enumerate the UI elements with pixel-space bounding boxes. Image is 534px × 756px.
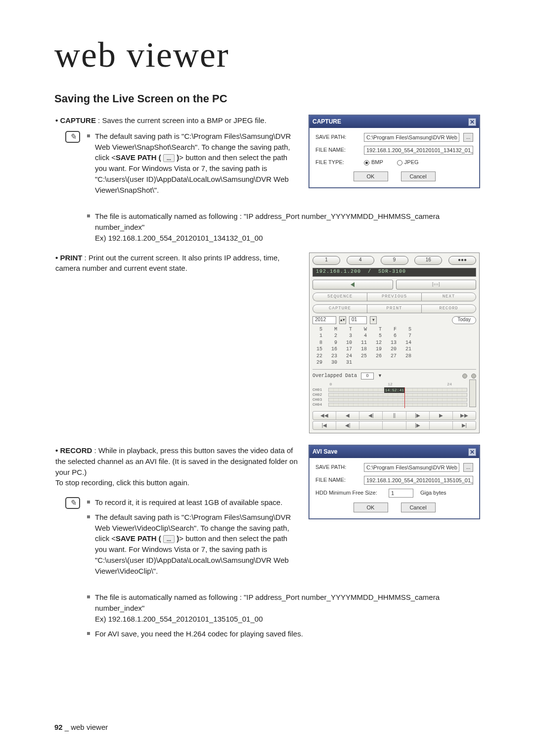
ch02-track[interactable] bbox=[328, 393, 467, 397]
play-icon[interactable]: ▶ bbox=[430, 412, 453, 420]
previous-tab[interactable]: PREVIOUS bbox=[367, 293, 421, 301]
toggle-b-icon[interactable] bbox=[471, 374, 476, 378]
savepath-small-button-icon: ... bbox=[163, 154, 175, 162]
note-icon: ✎ bbox=[65, 497, 80, 509]
record-space-note: To record it, it is required at least 1G… bbox=[87, 497, 299, 508]
record-text: : While in playback, press this button s… bbox=[55, 446, 298, 476]
year-box[interactable]: 2012 bbox=[312, 316, 336, 324]
step-fwd-icon[interactable]: |▶ bbox=[406, 412, 430, 420]
record-item: RECORD : While in playback, press this b… bbox=[55, 445, 299, 488]
hdd-unit-label: Giga bytes bbox=[420, 489, 446, 497]
ch01-track[interactable]: 14:52:41 bbox=[328, 388, 467, 392]
overlap-dropdown[interactable]: 0 bbox=[361, 373, 374, 379]
play-controls-2: |◀ ◀| |▶ ▶| bbox=[312, 421, 476, 430]
note-icon: ✎ bbox=[65, 131, 80, 143]
print-item: PRINT : Print out the current screen. It… bbox=[55, 252, 299, 274]
save-path-input[interactable]: C:\Program Files\Samsung\DVR Web Viewer\… bbox=[364, 133, 459, 142]
radio-selected-icon bbox=[364, 160, 369, 166]
capture-dialog-title: CAPTURE bbox=[312, 118, 341, 126]
bmp-radio[interactable]: BMP bbox=[364, 159, 383, 167]
layout-16-button[interactable]: 16 bbox=[414, 256, 442, 265]
layout-1-button[interactable]: 1 bbox=[312, 256, 340, 265]
hdd-free-label: HDD Minimum Free Size: bbox=[315, 489, 385, 497]
save-path-label: SAVE PATH: bbox=[315, 463, 360, 471]
browse-button[interactable]: ... bbox=[463, 463, 473, 472]
cancel-button[interactable]: Cancel bbox=[401, 171, 436, 181]
skip-start-icon[interactable]: |◀ bbox=[313, 421, 336, 429]
avi-dialog-title: AVI Save bbox=[312, 448, 337, 456]
prev-arrow-button[interactable] bbox=[312, 280, 393, 290]
ch04-label: CH04 bbox=[312, 402, 327, 408]
cancel-button[interactable]: Cancel bbox=[401, 503, 436, 512]
capture-heading: CAPTURE bbox=[60, 116, 96, 125]
ok-button[interactable]: OK bbox=[354, 503, 388, 512]
rewind-fast-icon[interactable]: ◀◀ bbox=[313, 412, 336, 420]
record-codec-note: For AVI save, you need the H.264 codec f… bbox=[87, 629, 480, 639]
file-name-label: FILE NAME: bbox=[315, 476, 360, 484]
today-button[interactable]: Today bbox=[452, 316, 476, 324]
footer-label: _ web viewer bbox=[65, 723, 108, 731]
radio-unselected-icon bbox=[397, 160, 402, 166]
ch04-track[interactable] bbox=[328, 403, 467, 407]
record-text2: To stop recording, click this button aga… bbox=[55, 478, 189, 487]
scrollbar[interactable] bbox=[469, 379, 476, 407]
layout-9-button[interactable]: 9 bbox=[381, 256, 408, 265]
record-heading: RECORD bbox=[60, 446, 92, 455]
playback-panel: 1 4 9 16 ●●● 192.168.1.200 / SDR-3100 [=… bbox=[309, 252, 480, 434]
status-indicator: [==] bbox=[396, 280, 477, 290]
avi-save-dialog: AVI Save ✕ SAVE PATH: C:\Program Files\S… bbox=[309, 445, 480, 519]
record-path-note: The default saving path is "C:\Program F… bbox=[87, 512, 299, 577]
frame-fwd-icon[interactable]: |▶ bbox=[406, 421, 430, 429]
capture-button[interactable]: CAPTURE bbox=[312, 304, 367, 313]
address-display: 192.168.1.200 / SDR-3100 bbox=[312, 268, 476, 277]
page-title: web viewer bbox=[54, 35, 480, 76]
capture-naming-note: The file is automatically named as follo… bbox=[87, 211, 480, 243]
hdd-free-input[interactable]: 1 bbox=[389, 489, 413, 498]
toggle-a-icon[interactable] bbox=[462, 374, 467, 378]
pause-icon[interactable]: || bbox=[383, 412, 406, 420]
footer: 92_ web viewer bbox=[54, 723, 108, 731]
capture-naming-example: Ex) 192.168.1.200_554_20120101_134132_01… bbox=[95, 234, 263, 242]
capture-item: CAPTURE : Saves the current screen into … bbox=[55, 115, 299, 126]
month-drop-icon[interactable]: ▾ bbox=[370, 316, 377, 324]
save-path-label: SAVE PATH: bbox=[315, 133, 360, 141]
print-text: : Print out the current screen. It also … bbox=[55, 253, 280, 273]
sequence-tab[interactable]: SEQUENCE bbox=[312, 293, 367, 301]
savepath-small-button-icon: ... bbox=[163, 535, 175, 543]
save-path-input[interactable]: C:\Program Files\Samsung\DVR Web Viewer\… bbox=[364, 463, 459, 472]
file-type-label: FILE TYPE: bbox=[315, 159, 360, 167]
rewind-icon[interactable]: ◀ bbox=[336, 412, 359, 420]
timeline-axis: 0 12 24 bbox=[328, 381, 467, 387]
layout-4-button[interactable]: 4 bbox=[347, 256, 374, 265]
chevron-down-icon[interactable]: ▼ bbox=[378, 373, 382, 379]
browse-button[interactable]: ... bbox=[463, 133, 473, 142]
close-icon[interactable]: ✕ bbox=[468, 448, 476, 456]
next-tab[interactable]: NEXT bbox=[421, 293, 476, 301]
ok-button[interactable]: OK bbox=[354, 171, 388, 181]
skip-end-icon[interactable]: ▶| bbox=[453, 421, 476, 429]
file-name-label: FILE NAME: bbox=[315, 146, 360, 154]
print-button[interactable]: PRINT bbox=[367, 304, 421, 313]
capture-dialog: CAPTURE ✕ SAVE PATH: C:\Program Files\Sa… bbox=[309, 115, 480, 188]
play-controls: ◀◀ ◀ ◀| || |▶ ▶ ▶▶ bbox=[312, 411, 476, 420]
layout-more-button[interactable]: ●●● bbox=[448, 256, 476, 265]
capture-text: : Saves the current screen into a BMP or… bbox=[96, 116, 267, 125]
section-heading: Saving the Live Screen on the PC bbox=[54, 92, 480, 105]
overlap-label: Overlapped Data bbox=[312, 373, 357, 380]
record-button[interactable]: RECORD bbox=[421, 304, 476, 313]
file-name-input[interactable]: 192.168.1.200_554_20120101_135105_01_00 bbox=[364, 476, 473, 485]
calendar[interactable]: S M T W T F S 1 2 3 4 5 6 7 8 9 10 11 12… bbox=[313, 326, 476, 366]
ch03-track[interactable] bbox=[328, 398, 467, 402]
timecode-display: 14:52:41 bbox=[384, 387, 405, 393]
frame-back-icon[interactable]: ◀| bbox=[336, 421, 359, 429]
year-step-icon[interactable]: ▴▾ bbox=[339, 316, 346, 324]
record-naming-example: Ex) 192.168.1.200_554_20120101_135105_01… bbox=[95, 615, 263, 623]
close-icon[interactable]: ✕ bbox=[468, 118, 476, 126]
jpeg-radio[interactable]: JPEG bbox=[397, 159, 419, 167]
page-number: 92 bbox=[54, 723, 63, 731]
file-name-input[interactable]: 192.168.1.200_554_20120101_134132_01_00 bbox=[364, 146, 473, 155]
fastfwd-icon[interactable]: ▶▶ bbox=[453, 412, 476, 420]
month-box[interactable]: 01 bbox=[349, 316, 367, 324]
step-back-icon[interactable]: ◀| bbox=[359, 412, 383, 420]
capture-note1b: SAVE PATH ( ... ) bbox=[116, 153, 179, 162]
